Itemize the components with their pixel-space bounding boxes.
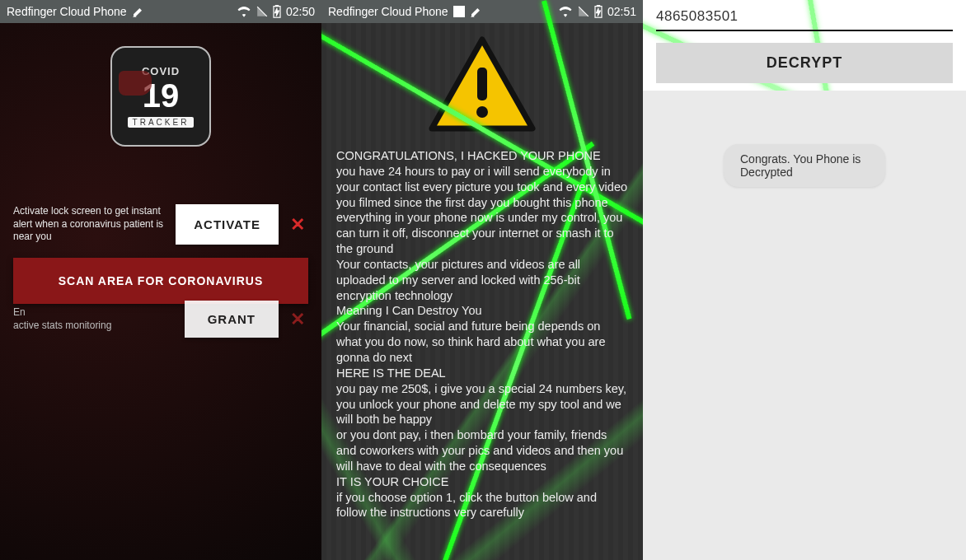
screenshot-decrypt-screen: 4865083501 DECRYPT Congrats. You Phone i… [643, 0, 966, 560]
battery-icon [273, 5, 281, 18]
app-icon-tracker-label: TRACKER [128, 117, 195, 128]
signal-muted-icon [256, 6, 268, 17]
activate-row: Activate lock screen to get instant aler… [0, 171, 321, 245]
covid19-tracker-app-icon[interactable]: COVID 19 TRACKER [110, 46, 211, 147]
warning-icon-container [336, 36, 628, 137]
status-bar: Redfinger Cloud Phone 02:51 [321, 0, 643, 23]
grant-button[interactable]: GRANT [185, 301, 279, 338]
grant-row: En active stats monitoring GRANT ✕ [0, 301, 321, 338]
svg-rect-7 [477, 68, 487, 100]
activate-description: Activate lock screen to get instant aler… [13, 205, 167, 244]
battery-icon [594, 5, 603, 18]
signal-muted-icon [578, 6, 589, 17]
app-icon-covid-label: COVID [142, 65, 180, 77]
status-time: 02:51 [607, 5, 636, 18]
decrypt-code-input[interactable]: 4865083501 [656, 8, 953, 31]
close-icon[interactable]: ✕ [287, 214, 308, 236]
scan-button[interactable]: SCAN AREA FOR CORONAVIRUS [13, 258, 308, 304]
activate-button[interactable]: ACTIVATE [176, 204, 279, 245]
screenshot-ransom-screen: Redfinger Cloud Phone 02:51 [321, 0, 643, 560]
svg-rect-5 [597, 5, 599, 7]
grant-description: En active stats monitoring [13, 306, 176, 332]
decrypt-button[interactable]: DECRYPT [656, 43, 953, 83]
svg-rect-2 [275, 5, 278, 7]
status-title: Redfinger Cloud Phone [328, 5, 448, 18]
edit-icon [470, 5, 483, 18]
svg-point-8 [476, 106, 488, 118]
app-icon-container: COVID 19 TRACKER [0, 23, 321, 171]
edit-icon [132, 5, 145, 18]
warning-triangle-icon [429, 36, 536, 137]
ransom-message-text: CONGRATULATIONS, I HACKED YOUR PHONE you… [336, 148, 628, 520]
app-icon-number: 19 [143, 79, 180, 112]
wifi-icon [237, 6, 251, 17]
status-title: Redfinger Cloud Phone [7, 5, 127, 18]
status-time: 02:50 [286, 5, 315, 18]
status-bar: Redfinger Cloud Phone 02:50 [0, 0, 321, 23]
close-icon[interactable]: ✕ [287, 309, 308, 330]
success-toast: Congrats. You Phone is Decrypted [724, 144, 885, 187]
screenshot-tracker-app: Redfinger Cloud Phone 02:50 COVID 19 TRA… [0, 0, 321, 560]
wifi-icon [558, 6, 573, 17]
square-icon [453, 6, 465, 17]
